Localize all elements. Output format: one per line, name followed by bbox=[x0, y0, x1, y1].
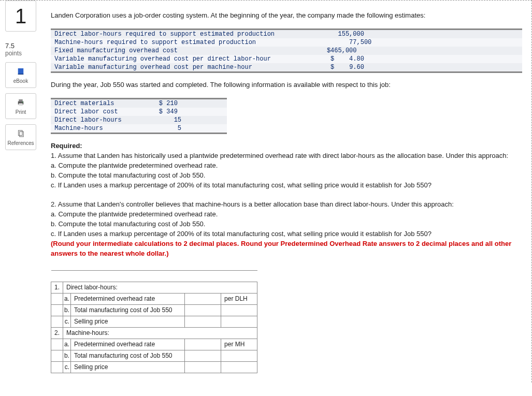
req-1b: b. Compute the total manufacturing cost … bbox=[51, 171, 205, 179]
svg-rect-7 bbox=[20, 131, 24, 137]
sec1-row-c: c. Selling price bbox=[51, 316, 257, 327]
svg-rect-6 bbox=[19, 130, 23, 136]
sec1-row-a: a. Predetermined overhead rate per DLH bbox=[51, 293, 257, 304]
sec1-row-b: b. Total manufacturing cost of Job 550 bbox=[51, 304, 257, 316]
est-row-2: Machine-hours required to support estima… bbox=[51, 39, 371, 46]
ebook-label: eBook bbox=[13, 78, 28, 84]
rounding-note: (Round your intermediate calculations to… bbox=[51, 240, 511, 257]
required-section: Required: 1. Assume that Landen has hist… bbox=[51, 141, 522, 258]
question-number: 1 bbox=[15, 5, 26, 28]
copy-icon bbox=[16, 129, 25, 138]
sec2-row-a: a. Predetermined overhead rate per MH bbox=[51, 339, 257, 350]
est-row-5: Variable manufacturing overhead cost per… bbox=[51, 64, 364, 71]
est-row-1: Direct labor-hours required to support e… bbox=[51, 31, 364, 38]
blank-row bbox=[51, 270, 257, 282]
sec1-num: 1. bbox=[51, 282, 63, 293]
sec2-title: Machine-hours: bbox=[63, 327, 257, 339]
input-1a[interactable] bbox=[185, 293, 221, 304]
references-label: References bbox=[7, 140, 34, 146]
main-content: Landen Corporation uses a job-order cost… bbox=[41, 1, 531, 383]
est-row-3: Fixed manufacturing overhead cost $465,0… bbox=[51, 47, 357, 54]
print-label: Print bbox=[16, 109, 26, 115]
input-1c[interactable] bbox=[185, 316, 221, 327]
job-row-3: Direct labor-hours 15 bbox=[51, 116, 181, 124]
required-heading: Required: bbox=[51, 142, 82, 150]
est-row-4: Variable manufacturing overhead cost per… bbox=[51, 55, 364, 63]
sec2-row-b: b. Total manufacturing cost of Job 550 bbox=[51, 350, 257, 361]
sec2-num: 2. bbox=[51, 327, 63, 339]
printer-icon bbox=[16, 98, 25, 107]
intro-text-1: Landen Corporation uses a job-order cost… bbox=[51, 11, 522, 20]
unit-dlh: per DLH bbox=[221, 293, 257, 304]
sec2-row-c: c. Selling price bbox=[51, 361, 257, 373]
req-2b: b. Compute the total manufacturing cost … bbox=[51, 220, 205, 228]
section-1-header-row: 1. Direct labor-hours: bbox=[51, 282, 257, 293]
req-2c: c. If Landen uses a markup percentage of… bbox=[51, 230, 432, 238]
req-1a: a. Compute the plantwide predetermined o… bbox=[51, 162, 218, 169]
input-2a[interactable] bbox=[185, 339, 221, 350]
svg-rect-3 bbox=[19, 99, 23, 101]
job-row-4: Machine-hours 5 bbox=[51, 125, 181, 132]
svg-point-5 bbox=[22, 101, 23, 102]
points-label: points bbox=[5, 50, 41, 57]
answer-table: 1. Direct labor-hours: a. Predetermined … bbox=[51, 270, 257, 373]
job-row-2: Direct labor cost $ 349 bbox=[51, 108, 178, 115]
req-2: 2. Assume that Landen's controller belie… bbox=[51, 200, 454, 208]
svg-rect-0 bbox=[18, 68, 24, 75]
req-1c: c. If Landen uses a markup percentage of… bbox=[51, 181, 432, 189]
input-1b[interactable] bbox=[185, 304, 221, 316]
req-1: 1. Assume that Landen has historically u… bbox=[51, 152, 508, 159]
input-2b[interactable] bbox=[185, 350, 221, 361]
left-sidebar: 1 7.5 points eBook Print References bbox=[0, 1, 41, 153]
sec1-title: Direct labor-hours: bbox=[63, 282, 257, 293]
references-button[interactable]: References bbox=[5, 124, 36, 150]
ebook-button[interactable]: eBook bbox=[5, 62, 36, 88]
book-icon bbox=[16, 67, 25, 76]
intro-text-2: During the year, Job 550 was started and… bbox=[51, 80, 522, 90]
print-button[interactable]: Print bbox=[5, 93, 36, 119]
svg-rect-1 bbox=[18, 74, 24, 75]
points-value: 7.5 bbox=[5, 42, 41, 50]
points-box: 7.5 points bbox=[0, 42, 41, 57]
req-2a: a. Compute the plantwide predetermined o… bbox=[51, 210, 218, 218]
input-2c[interactable] bbox=[185, 361, 221, 373]
question-page: 1 7.5 points eBook Print References Land… bbox=[0, 0, 532, 383]
question-number-box: 1 bbox=[5, 1, 36, 32]
section-2-header-row: 2. Machine-hours: bbox=[51, 327, 257, 339]
estimates-block: Direct labor-hours required to support e… bbox=[51, 28, 522, 73]
job-row-1: Direct materials $ 210 bbox=[51, 100, 178, 107]
job-block: Direct materials $ 210 Direct labor cost… bbox=[51, 98, 227, 134]
unit-mh: per MH bbox=[221, 339, 257, 350]
svg-rect-4 bbox=[19, 103, 23, 106]
